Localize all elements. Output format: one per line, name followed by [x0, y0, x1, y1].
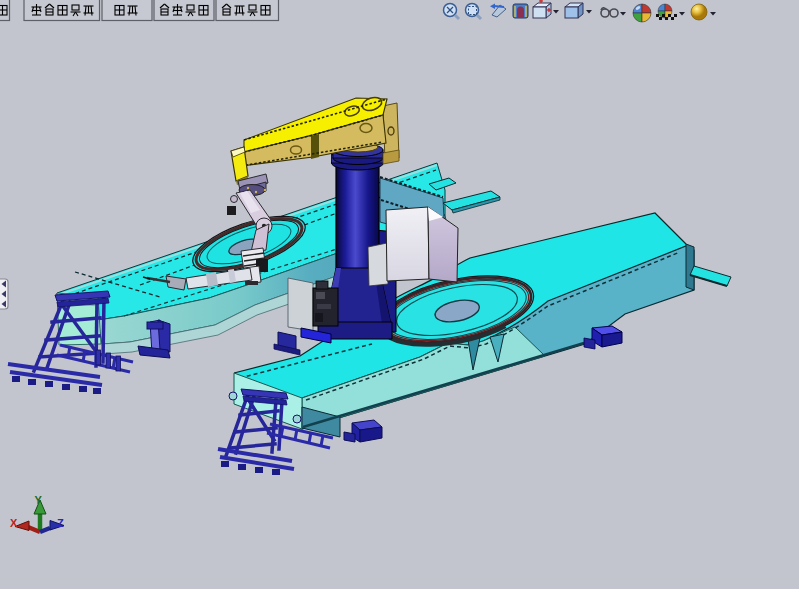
svg-text:Y: Y [35, 494, 43, 506]
svg-text:X: X [10, 517, 18, 529]
svg-text:Z: Z [57, 517, 64, 529]
